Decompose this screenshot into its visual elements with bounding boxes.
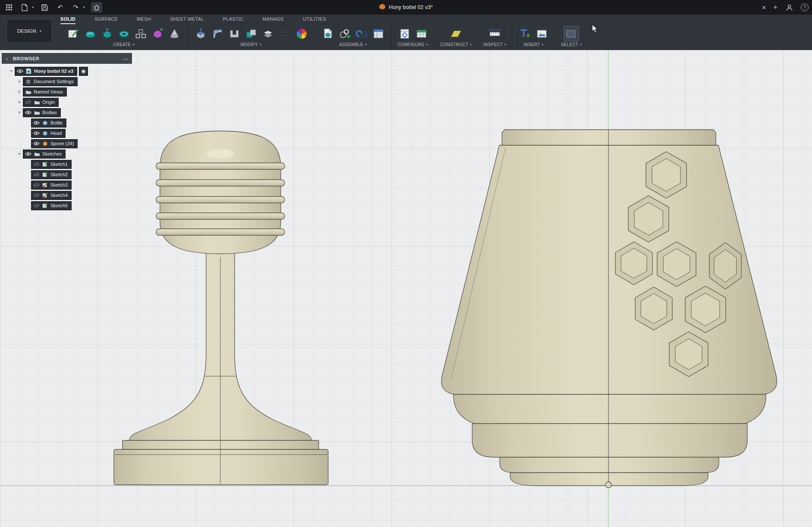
browser-item-label[interactable]: Sketches bbox=[42, 151, 62, 156]
file-menu-icon[interactable] bbox=[20, 3, 29, 12]
tab-plastic[interactable]: PLASTIC bbox=[223, 16, 244, 24]
browser-item-sketch2[interactable]: Sketch2 bbox=[2, 169, 132, 180]
browser-item-root-component[interactable]: Hony bottel 02 v3 ◉ bbox=[2, 66, 132, 76]
save-icon[interactable] bbox=[40, 3, 50, 12]
bom-table-icon[interactable] bbox=[371, 26, 386, 41]
redo-caret-icon[interactable]: ▾ bbox=[83, 5, 85, 9]
extrude-icon[interactable] bbox=[100, 26, 114, 41]
tab-sheet-metal[interactable]: SHEET METAL bbox=[170, 16, 204, 24]
box-primitive-icon[interactable] bbox=[150, 26, 165, 41]
browser-item-sketch1[interactable]: Sketch1 bbox=[2, 159, 132, 169]
inspect-menu[interactable]: INSPECT▾ bbox=[483, 42, 506, 47]
browser-item-label[interactable]: Named Views bbox=[34, 89, 63, 94]
create-form-icon[interactable] bbox=[83, 26, 97, 41]
browser-item-named-views[interactable]: Named Views bbox=[2, 87, 132, 97]
browser-item-label[interactable]: Sketch2 bbox=[50, 172, 68, 177]
tab-utilities[interactable]: UTILITIES bbox=[303, 16, 326, 24]
measure-icon[interactable] bbox=[487, 26, 502, 41]
combine-icon[interactable] bbox=[244, 26, 258, 41]
visibility-eye-icon[interactable] bbox=[25, 151, 31, 157]
create-sketch-icon[interactable] bbox=[66, 26, 81, 41]
viewport-canvas[interactable]: « BROWSER — Hony bottel 02 bbox=[0, 50, 812, 527]
browser-item-label[interactable]: Hony bottel 02 v3 bbox=[34, 69, 73, 74]
visibility-eye-icon[interactable] bbox=[33, 130, 40, 137]
pattern-icon[interactable] bbox=[133, 26, 148, 41]
select-tool-icon[interactable] bbox=[564, 26, 579, 41]
browser-item-sketch5[interactable]: Sketch5 bbox=[2, 200, 132, 211]
app-grid-icon[interactable] bbox=[4, 3, 14, 12]
redo-icon[interactable]: ↷ bbox=[71, 3, 81, 12]
assemble-menu[interactable]: ASSEMBLE▾ bbox=[339, 42, 367, 47]
cone-primitive-icon[interactable] bbox=[167, 26, 182, 41]
visibility-eye-icon[interactable] bbox=[33, 120, 40, 126]
expander-icon[interactable] bbox=[16, 150, 23, 157]
visibility-eye-off-icon[interactable] bbox=[33, 203, 40, 209]
browser-item-origin[interactable]: Origin bbox=[2, 97, 132, 107]
tab-surface[interactable]: SURFACE bbox=[94, 16, 118, 24]
insert-derive-icon[interactable] bbox=[518, 26, 533, 41]
honey-dipper-model[interactable] bbox=[114, 131, 328, 485]
browser-item-sketches[interactable]: Sketches bbox=[2, 149, 132, 159]
home-icon[interactable] bbox=[91, 2, 102, 12]
press-pull-icon[interactable] bbox=[193, 26, 208, 41]
browser-item-label[interactable]: Bodies bbox=[42, 110, 57, 115]
configure-menu[interactable]: CONFIGURE▾ bbox=[398, 42, 428, 47]
browser-item-bodies[interactable]: Bodies bbox=[2, 107, 132, 118]
browser-item-label[interactable]: Origin bbox=[42, 100, 55, 105]
offset-face-icon[interactable] bbox=[260, 26, 275, 41]
modify-menu[interactable]: MODIFY▾ bbox=[241, 42, 261, 47]
browser-item-sketch3[interactable]: Sketch3 bbox=[2, 180, 132, 190]
browser-item-label[interactable]: Spone (34) bbox=[50, 141, 74, 146]
visibility-eye-off-icon[interactable] bbox=[33, 161, 40, 168]
visibility-eye-off-icon[interactable] bbox=[33, 182, 40, 188]
browser-item-body-spone[interactable]: Spone (34) bbox=[2, 138, 132, 149]
construct-menu[interactable]: CONSTRUCT▾ bbox=[440, 42, 472, 47]
visibility-eye-off-icon[interactable] bbox=[25, 99, 31, 106]
workspace-switcher[interactable]: DESIGN ▾ bbox=[6, 19, 52, 43]
browser-item-label[interactable]: Head bbox=[50, 131, 62, 136]
tab-mesh[interactable]: MESH bbox=[137, 16, 151, 24]
fillet-icon[interactable] bbox=[210, 26, 225, 41]
joint-icon[interactable] bbox=[337, 26, 352, 41]
browser-item-body-head[interactable]: Head bbox=[2, 128, 132, 138]
close-document-icon[interactable]: ✕ bbox=[762, 4, 766, 11]
visibility-eye-icon[interactable] bbox=[17, 68, 23, 75]
browser-minimize-icon[interactable]: — bbox=[123, 56, 128, 61]
browser-item-label[interactable]: Sketch1 bbox=[50, 162, 68, 167]
undo-icon[interactable]: ↶ bbox=[56, 3, 65, 12]
configuration-icon[interactable] bbox=[397, 26, 412, 41]
expander-icon[interactable] bbox=[16, 78, 23, 85]
revolve-icon[interactable] bbox=[116, 26, 131, 41]
visibility-eye-off-icon[interactable] bbox=[33, 192, 40, 199]
visibility-eye-off-icon[interactable] bbox=[33, 172, 40, 178]
canvas-image-icon[interactable] bbox=[535, 26, 549, 41]
as-built-joint-icon[interactable] bbox=[354, 26, 369, 41]
activate-component-radio[interactable]: ◉ bbox=[79, 67, 88, 76]
browser-item-label[interactable]: Sketch5 bbox=[50, 203, 68, 208]
browser-collapse-icon[interactable]: « bbox=[6, 56, 9, 61]
tab-solid[interactable]: SOLID bbox=[60, 16, 75, 24]
expander-icon[interactable] bbox=[16, 109, 23, 116]
browser-item-body-bottle[interactable]: Bottle bbox=[2, 118, 132, 128]
browser-item-label[interactable]: Document Settings bbox=[34, 79, 74, 84]
select-menu[interactable]: SELECT▾ bbox=[561, 42, 582, 47]
profile-icon[interactable] bbox=[784, 3, 794, 12]
visibility-eye-icon[interactable] bbox=[25, 109, 31, 116]
honey-bottle-model[interactable] bbox=[442, 130, 777, 488]
appearance-icon[interactable] bbox=[294, 26, 309, 41]
create-menu[interactable]: CREATE▾ bbox=[113, 42, 134, 47]
shell-icon[interactable] bbox=[227, 26, 241, 41]
browser-item-label[interactable]: Sketch4 bbox=[50, 193, 68, 198]
tab-manage[interactable]: MANAGE bbox=[263, 16, 284, 24]
browser-item-sketch4[interactable]: Sketch4 bbox=[2, 190, 132, 200]
expander-icon[interactable] bbox=[16, 99, 23, 106]
browser-item-label[interactable]: Sketch3 bbox=[50, 182, 68, 187]
insert-menu[interactable]: INSERT▾ bbox=[524, 42, 543, 47]
new-document-tab-icon[interactable]: + bbox=[773, 3, 778, 12]
configuration-table-icon[interactable] bbox=[414, 26, 429, 41]
new-component-icon[interactable] bbox=[320, 26, 335, 41]
expander-icon[interactable] bbox=[16, 88, 23, 95]
help-icon[interactable]: ? bbox=[801, 3, 809, 11]
visibility-eye-icon[interactable] bbox=[33, 140, 40, 147]
expander-icon[interactable] bbox=[8, 68, 15, 75]
